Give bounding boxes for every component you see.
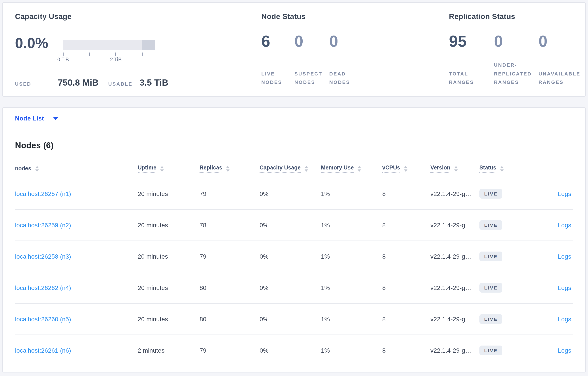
table-row-n3: localhost:26258 (n3) 20 minutes 79 0% 1%… xyxy=(15,241,573,272)
live-nodes-label: LIVE NODES xyxy=(261,70,293,86)
capacity-cell: 0% xyxy=(260,284,321,291)
dead-nodes-label: DEAD NODES xyxy=(329,70,365,86)
vcpus-cell: 8 xyxy=(382,315,430,323)
status-badge: LIVE xyxy=(479,220,502,230)
memory-cell: 1% xyxy=(321,190,382,197)
total-ranges-value: 95 xyxy=(449,33,467,49)
total-ranges-label: TOTAL RANGES xyxy=(449,70,490,86)
axis-tick-label-0: 0 TiB xyxy=(57,57,69,62)
column-header-uptime[interactable]: Uptime xyxy=(138,165,200,173)
vcpus-cell: 8 xyxy=(382,284,430,291)
node-list-dropdown[interactable]: Node List xyxy=(15,115,58,122)
capacity-cell: 0% xyxy=(260,221,321,229)
logs-link[interactable]: Logs xyxy=(558,221,571,229)
nodes-table-container: Nodes (6) nodes Uptime Replicas Capacity… xyxy=(3,129,585,366)
node-link[interactable]: localhost:26257 (n1) xyxy=(15,190,71,197)
column-header-label: Uptime xyxy=(138,165,157,173)
column-header-replicas[interactable]: Replicas xyxy=(200,165,260,173)
usable-label: USABLE xyxy=(108,81,132,86)
sort-icon xyxy=(226,166,230,171)
uptime-cell: 20 minutes xyxy=(138,284,200,291)
capacity-bar-unusable-segment xyxy=(142,40,155,50)
capacity-cell: 0% xyxy=(260,253,321,260)
status-badge: LIVE xyxy=(479,283,502,292)
usable-value: 3.5 TiB xyxy=(139,78,168,88)
status-badge: LIVE xyxy=(479,314,502,324)
logs-link[interactable]: Logs xyxy=(558,315,571,323)
vcpus-cell: 8 xyxy=(382,221,430,229)
logs-link[interactable]: Logs xyxy=(558,190,571,197)
dead-nodes-stat: 0 DEAD NODES xyxy=(329,12,365,96)
node-link[interactable]: localhost:26260 (n5) xyxy=(15,315,71,323)
capacity-usage-title: Capacity Usage xyxy=(15,12,253,21)
column-header-label: Version xyxy=(430,165,450,173)
replicas-cell: 79 xyxy=(200,253,260,260)
logs-link[interactable]: Logs xyxy=(558,253,571,260)
node-link[interactable]: localhost:26261 (n6) xyxy=(15,347,71,354)
sort-icon xyxy=(358,166,361,171)
axis-tick xyxy=(142,52,143,56)
node-link[interactable]: localhost:26259 (n2) xyxy=(15,221,71,229)
used-label: USED xyxy=(15,81,31,86)
version-cell: v22.1.4-29-g… xyxy=(430,190,479,197)
sort-icon xyxy=(35,166,39,171)
version-cell: v22.1.4-29-g… xyxy=(430,253,479,260)
column-header-label: Status xyxy=(479,165,496,173)
sort-icon xyxy=(160,166,164,171)
view-selector-bar: Node List xyxy=(3,108,585,129)
replicas-cell: 78 xyxy=(200,221,260,229)
column-header-label: Replicas xyxy=(200,165,222,173)
table-header-row: nodes Uptime Replicas Capacity Usage Mem… xyxy=(15,159,573,178)
column-header-vcpus[interactable]: vCPUs xyxy=(382,165,430,173)
memory-cell: 1% xyxy=(321,284,382,291)
capacity-used-usable-row: USED 750.8 MiB USABLE 3.5 TiB xyxy=(15,78,168,88)
table-row-n1: localhost:26257 (n1) 20 minutes 79 0% 1%… xyxy=(15,178,573,210)
vcpus-cell: 8 xyxy=(382,190,430,197)
unavailable-ranges-value: 0 xyxy=(539,33,547,49)
axis-tick xyxy=(89,52,90,56)
table-row-n2: localhost:26259 (n2) 20 minutes 78 0% 1%… xyxy=(15,210,573,241)
uptime-cell: 20 minutes xyxy=(138,315,200,323)
table-row-n4: localhost:26262 (n4) 20 minutes 80 0% 1%… xyxy=(15,272,573,304)
node-list-panel: Node List Nodes (6) nodes Uptime Replica… xyxy=(2,107,586,373)
node-link[interactable]: localhost:26258 (n3) xyxy=(15,253,71,260)
table-row-n5: localhost:26260 (n5) 20 minutes 80 0% 1%… xyxy=(15,304,573,335)
memory-cell: 1% xyxy=(321,347,382,354)
suspect-nodes-value: 0 xyxy=(294,33,303,49)
sort-icon xyxy=(404,166,408,171)
replication-status-section: Replication Status 95 TOTAL RANGES 0 UND… xyxy=(449,12,588,96)
uptime-cell: 20 minutes xyxy=(138,221,200,229)
node-link[interactable]: localhost:26262 (n4) xyxy=(15,284,71,291)
version-cell: v22.1.4-29-g… xyxy=(430,315,479,323)
under-replicated-ranges-value: 0 xyxy=(494,33,503,49)
axis-tick xyxy=(116,52,116,56)
column-header-nodes[interactable]: nodes xyxy=(15,166,138,172)
column-header-label: nodes xyxy=(15,166,31,172)
column-header-memory-use[interactable]: Memory Use xyxy=(321,165,382,173)
column-header-capacity-usage[interactable]: Capacity Usage xyxy=(260,165,321,173)
column-header-label: Capacity Usage xyxy=(260,165,301,173)
live-nodes-value: 6 xyxy=(261,33,270,49)
dead-nodes-value: 0 xyxy=(329,33,338,49)
live-nodes-stat: 6 LIVE NODES xyxy=(261,12,293,96)
under-replicated-ranges-label: UNDER-REPLICATED RANGES xyxy=(494,61,538,87)
sort-icon xyxy=(500,166,504,171)
column-header-version[interactable]: Version xyxy=(430,165,479,173)
replicas-cell: 80 xyxy=(200,284,260,291)
logs-link[interactable]: Logs xyxy=(558,284,571,291)
status-badge: LIVE xyxy=(479,252,502,261)
capacity-percent-value: 0.0% xyxy=(15,36,48,50)
chevron-down-icon xyxy=(53,117,58,120)
memory-cell: 1% xyxy=(321,221,382,229)
sort-icon xyxy=(304,166,308,171)
under-replicated-ranges-stat: 0 UNDER-REPLICATED RANGES xyxy=(494,12,538,96)
column-header-status[interactable]: Status xyxy=(479,165,528,173)
table-row-n6: localhost:26261 (n6) 2 minutes 79 0% 1% … xyxy=(15,335,573,366)
logs-link[interactable]: Logs xyxy=(558,347,571,354)
axis-tick-label-2: 2 TiB xyxy=(110,57,122,62)
unavailable-ranges-label: UNAVAILABLE RANGES xyxy=(539,70,588,86)
version-cell: v22.1.4-29-g… xyxy=(430,221,479,229)
cluster-overview-page: Capacity Usage 0.0% 0 TiB 2 TiB USED 750… xyxy=(0,0,588,376)
replicas-cell: 79 xyxy=(200,190,260,197)
uptime-cell: 2 minutes xyxy=(138,347,200,354)
